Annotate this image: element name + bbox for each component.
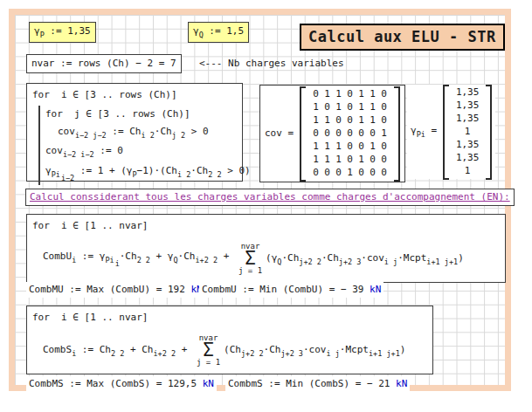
matrix-cell: 0 bbox=[321, 166, 333, 180]
inner-for-header: for j ∈ [3 .. rows (Ch)] bbox=[45, 106, 237, 123]
matrix-cell: 0 bbox=[356, 140, 367, 154]
matrix-cell: 0 bbox=[344, 113, 356, 127]
combmu-max-result[interactable]: CombMU := Max (CombU) = 192 kN bbox=[26, 282, 205, 298]
matrix-cell: 0 bbox=[378, 113, 390, 127]
left-bracket bbox=[300, 86, 306, 182]
matrix-cell: 1,35 bbox=[453, 112, 481, 126]
formula-text: (γQ⋅Chj+2 2⋅Chj+2 3⋅covi j⋅Mcpti+1 j+1) bbox=[266, 251, 464, 267]
nvar-definition[interactable]: nvar := rows (Ch) − 2 = 7 bbox=[26, 54, 182, 73]
right-bracket bbox=[394, 86, 400, 182]
formula-text: CombMU := Max (CombU) = 192 kN bbox=[29, 284, 203, 295]
matrix-cell: 1,35 bbox=[453, 138, 481, 152]
matrix-row: 0110110 bbox=[310, 88, 390, 101]
left-bracket bbox=[443, 85, 449, 180]
matrix-cell: 0 bbox=[321, 100, 333, 114]
cov-loop-block[interactable]: for i ∈ [3 .. rows (Ch)] for j ∈ [3 .. r… bbox=[26, 83, 243, 182]
combms-min-result[interactable]: CombmS := Min (CombS) = − 21 kN bbox=[225, 376, 410, 392]
matrix-cell: 0 bbox=[378, 153, 390, 167]
formula-text: covi−2 j−2 := Chi 2⋅Chj 2 > 0 bbox=[58, 125, 209, 141]
gamma-pi-line: γPii−2 := 1 + (γP−1)⋅(Chi 2⋅Ch2 2 > 0) bbox=[45, 162, 237, 185]
matrix-cell: 0 bbox=[344, 140, 356, 154]
matrix-cell: 1,35 bbox=[453, 86, 481, 100]
formula-text: CombmU := Min (CombU) = − 39 kN bbox=[202, 284, 381, 295]
right-bracket bbox=[486, 85, 492, 180]
matrix-cell: 1 bbox=[333, 140, 344, 154]
matrix-cell: 0 bbox=[367, 166, 378, 180]
matrix-cell: 1 bbox=[367, 113, 378, 127]
matrix-row: 1100110 bbox=[310, 114, 390, 127]
formula-text: for i ∈ [1 .. nvar] bbox=[32, 311, 148, 325]
matrix-cell: 0 bbox=[378, 166, 390, 180]
formula-text: nvar := rows (Ch) − 2 = 7 bbox=[31, 58, 176, 69]
matrix-cell: 0 bbox=[356, 127, 367, 141]
matrix-cell: 1 bbox=[367, 140, 378, 154]
matrix-cell: 1 bbox=[453, 125, 481, 139]
gamma-q-definition[interactable]: γQ := 1,5 bbox=[188, 22, 249, 43]
matrix-cell: 0 bbox=[321, 127, 333, 141]
vector-brackets: 1,351,351,3511,351,351 bbox=[443, 85, 492, 180]
summation-operator: nvarΣj = 1 bbox=[197, 334, 220, 367]
gamma-pi-label: γPi = bbox=[411, 124, 437, 140]
formula-text: γPii−2 := 1 + (γP−1)⋅(Chi 2⋅Ch2 2 > 0) bbox=[45, 164, 251, 183]
matrix-cell: 1 bbox=[356, 100, 367, 114]
for-header: for i ∈ [1 .. nvar] bbox=[32, 309, 427, 326]
matrix-cell: 1 bbox=[356, 113, 367, 127]
formula-text: for i ∈ [1 .. nvar] bbox=[32, 219, 148, 233]
mathcad-worksheet: γP := 1,35 γQ := 1,5 Calcul aux ELU - ST… bbox=[0, 0, 532, 412]
for-header: for i ∈ [1 .. nvar] bbox=[32, 217, 500, 235]
nvar-comment[interactable]: <--- Nb charges variables bbox=[199, 57, 344, 71]
matrix-cell: 1 bbox=[333, 153, 344, 167]
cov-matrix-region[interactable]: cov = 0110110101011011001100000001111001… bbox=[259, 85, 405, 182]
cov-diag-line: covi−2 i−2 := 0 bbox=[45, 142, 237, 161]
matrix-cell: 0 bbox=[378, 140, 390, 154]
formula-text: (Chj+2 2⋅Chj+2 3⋅covi j⋅Mcpti+1 j+1) bbox=[224, 343, 405, 359]
matrix-row: 1 bbox=[453, 165, 481, 178]
combu-loop-block[interactable]: for i ∈ [1 .. nvar] CombUi := γPii⋅Ch2 2… bbox=[26, 214, 506, 283]
formula-text: for i ∈ [3 .. rows (Ch)] bbox=[32, 88, 177, 102]
matrix-cell: 1 bbox=[356, 153, 367, 167]
matrix-row: 1,35 bbox=[453, 100, 481, 113]
for-header: for i ∈ [3 .. rows (Ch)] bbox=[32, 86, 237, 104]
formula-text: CombmS := Min (CombS) = − 21 kN bbox=[228, 378, 407, 389]
section-heading-accompagnement[interactable]: Calcul conssiderant tous les charges var… bbox=[25, 189, 515, 206]
matrix-cell: 1 bbox=[333, 100, 344, 114]
matrix-cell: 1,35 bbox=[453, 151, 481, 165]
matrix-cell: 1 bbox=[367, 100, 378, 114]
matrix-cell: 0 bbox=[356, 166, 367, 180]
matrix-cell: 0 bbox=[344, 100, 356, 114]
matrix-cell: 0 bbox=[333, 113, 344, 127]
formula-text: CombUi := γPii⋅Ch2 2 + γQ⋅Chi+2 2 + bbox=[43, 250, 235, 269]
matrix-cell: 1 bbox=[321, 87, 333, 101]
matrix-cell: 1 bbox=[333, 87, 344, 101]
cov-matrix: 0110110101011011001100000001111001011101… bbox=[307, 86, 392, 182]
formula-text: for j ∈ [3 .. rows (Ch)] bbox=[45, 107, 190, 121]
matrix-cell: 0 bbox=[378, 100, 390, 114]
matrix-cell: 0 bbox=[367, 153, 378, 167]
matrix-cell: 1 bbox=[321, 113, 333, 127]
matrix-cell: 0 bbox=[378, 87, 390, 101]
matrix-cell: 0 bbox=[344, 127, 356, 141]
formula-text: covi−2 i−2 := 0 bbox=[45, 144, 123, 160]
combms-max-result[interactable]: CombMS := Max (CombS) = 129,5 kN bbox=[26, 376, 217, 392]
matrix-cell: 1,35 bbox=[453, 99, 481, 113]
combmu-min-result[interactable]: CombmU := Min (CombU) = − 39 kN bbox=[199, 282, 383, 298]
cov-label: cov = bbox=[265, 127, 294, 141]
matrix-cell: 1 bbox=[310, 153, 321, 167]
formula-text: γP := 1,35 bbox=[34, 25, 91, 37]
matrix-row: 1 bbox=[453, 126, 481, 139]
matrix-row: 1110100 bbox=[310, 154, 390, 167]
matrix-cell: 0 bbox=[333, 127, 344, 141]
gamma-p-definition[interactable]: γP := 1,35 bbox=[29, 22, 96, 43]
page-title[interactable]: Calcul aux ELU - STR bbox=[300, 24, 505, 51]
matrix-cell: 1 bbox=[321, 140, 333, 154]
matrix-cell: 1 bbox=[356, 87, 367, 101]
gamma-pi-vector-region[interactable]: γPi = 1,351,351,3511,351,351 bbox=[407, 85, 495, 179]
formula-text: γQ := 1,5 bbox=[193, 25, 244, 37]
loop-body: for j ∈ [3 .. rows (Ch)] covi−2 j−2 := C… bbox=[38, 106, 237, 185]
matrix-row: 1,35 bbox=[453, 113, 481, 126]
combu-formula: CombUi := γPii⋅Ch2 2 + γQ⋅Chi+2 2 + nvar… bbox=[43, 236, 500, 283]
summation-operator: nvarΣj = 1 bbox=[238, 243, 262, 276]
matrix-cell: 1 bbox=[367, 87, 378, 101]
combs-loop-block[interactable]: for i ∈ [1 .. nvar] CombSi := Ch2 2 + Ch… bbox=[26, 306, 433, 374]
combs-formula: CombSi := Ch2 2 + Chi+2 2 + nvarΣj = 1(C… bbox=[43, 327, 427, 374]
